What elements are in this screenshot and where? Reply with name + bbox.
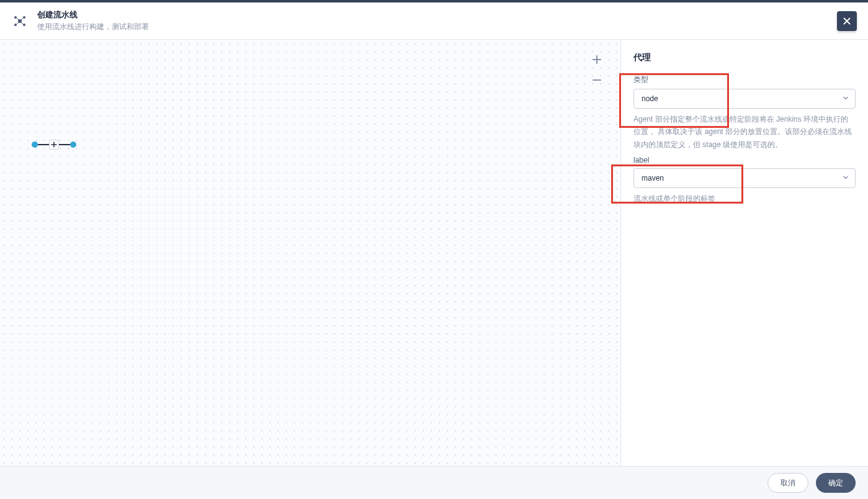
agent-config-panel: 代理 类型 node Agent 部分指定整个流水线或特定阶段将在 Jenkin… [620,40,868,499]
close-icon [841,16,852,27]
cancel-button[interactable]: 取消 [767,473,808,493]
header: 创建流水线 使用流水线进行构建，测试和部署 [0,2,868,40]
header-subtitle: 使用流水线进行构建，测试和部署 [37,22,149,32]
plus-icon [592,55,602,65]
label-label: label [633,156,856,164]
header-title: 创建流水线 [37,9,149,20]
pipeline-widget [32,140,76,150]
pipeline-start-node[interactable] [32,142,38,148]
pipeline-connector [59,144,70,145]
footer-bar: 取消 确定 [0,466,868,499]
zoom-in-button[interactable] [591,53,603,66]
zoom-out-button[interactable] [591,74,603,86]
label-select[interactable]: maven [633,168,856,188]
svg-point-1 [14,16,17,19]
panel-title: 代理 [633,52,856,63]
type-select[interactable]: node [633,89,856,109]
label-help-text: 流水线或单个阶段的标签 [633,192,856,205]
pipeline-icon [12,14,27,29]
pipeline-connector [38,144,49,145]
svg-point-4 [23,24,25,26]
svg-line-5 [17,18,19,20]
svg-line-8 [21,22,23,24]
pipeline-canvas[interactable] [0,40,620,499]
svg-line-7 [17,22,19,24]
type-label: 类型 [633,74,856,85]
confirm-button[interactable]: 确定 [816,473,856,493]
close-button[interactable] [837,11,857,31]
pipeline-end-node[interactable] [70,142,76,148]
plus-icon [51,142,57,148]
minus-icon [592,75,602,85]
svg-line-6 [21,18,23,20]
label-select-value: maven [642,174,664,182]
svg-point-2 [23,16,25,19]
svg-point-3 [14,24,17,26]
add-stage-button[interactable] [49,140,59,150]
type-select-value: node [642,94,658,103]
type-help-text: Agent 部分指定整个流水线或特定阶段将在 Jenkins 环境中执行的位置，… [633,113,856,151]
